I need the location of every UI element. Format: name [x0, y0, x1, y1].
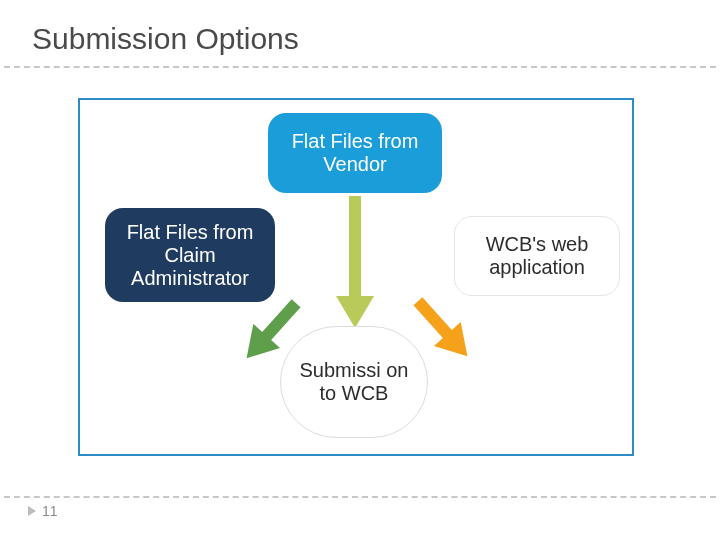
slide: Submission Options Flat Files from Vendo…	[0, 0, 720, 540]
node-label: Flat Files from Vendor	[278, 130, 432, 176]
page-marker-icon	[28, 506, 36, 516]
page-number: 11	[28, 503, 58, 519]
arrow-top-to-center	[336, 196, 374, 328]
node-flat-files-vendor: Flat Files from Vendor	[268, 113, 442, 193]
svg-marker-1	[336, 296, 374, 328]
node-label: Flat Files from Claim Administrator	[115, 221, 265, 290]
node-label: Submissi on to WCB	[291, 359, 417, 405]
node-flat-files-claim-admin: Flat Files from Claim Administrator	[105, 208, 275, 302]
svg-rect-0	[349, 196, 361, 300]
node-label: WCB's web application	[465, 233, 609, 279]
title-divider	[4, 66, 716, 68]
node-wcb-web-app: WCB's web application	[454, 216, 620, 296]
node-submission-to-wcb: Submissi on to WCB	[280, 326, 428, 438]
footer-divider	[4, 496, 716, 498]
slide-title: Submission Options	[32, 22, 299, 56]
page-number-value: 11	[42, 503, 58, 519]
